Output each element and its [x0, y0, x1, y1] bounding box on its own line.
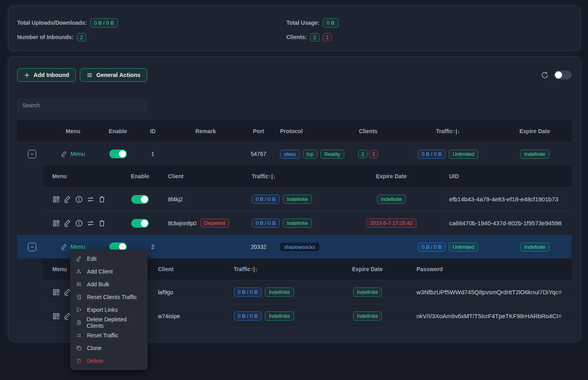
inbound-port: 54767	[243, 142, 274, 165]
header-expire-date: Expire Date	[339, 165, 443, 187]
client-password: w3NfbzUPf5WWd745Q8pvsmQrdrttT2lO6knuI7Di…	[413, 280, 572, 304]
transport-tag: tcp	[303, 150, 318, 159]
menu-item-delete[interactable]: Delete	[70, 354, 148, 367]
menu-item-edit[interactable]: Edit	[70, 252, 148, 265]
refresh-icon[interactable]	[541, 71, 549, 79]
inbound-id: 1	[137, 142, 169, 165]
row-menu-button[interactable]: Menu	[61, 244, 85, 250]
header-traffic: Traffic↑|↓	[398, 120, 498, 142]
menu-item-reset-clients-traffic[interactable]: Reset Clients Traffic	[70, 291, 148, 303]
expire-badge: Indefinite	[520, 150, 549, 159]
client-name: 8t3wjnn8p0	[168, 220, 197, 226]
reset-traffic-icon[interactable]	[87, 219, 95, 227]
delete-icon	[76, 358, 82, 364]
client-name: laf9go	[150, 280, 226, 304]
header-menu: Menu	[42, 165, 120, 187]
menu-item-clone[interactable]: Clone	[70, 342, 148, 354]
header-expire-date: Expire Date	[322, 258, 413, 280]
hamburger-icon	[87, 72, 93, 78]
menu-item-label: Add Bulk	[87, 281, 109, 287]
collapse-row-button[interactable]: −	[28, 150, 36, 158]
stat-label: Total Usage:	[286, 20, 320, 26]
edit-client-icon[interactable]	[64, 219, 71, 227]
trash-clients-icon	[76, 320, 82, 325]
menu-item-add-bulk[interactable]: Add Bulk	[70, 278, 148, 291]
menu-item-label: Export Links	[87, 307, 118, 313]
header-expire-date: Expire Date	[498, 120, 572, 142]
enable-toggle[interactable]	[109, 150, 127, 158]
client-enable-toggle[interactable]	[131, 219, 149, 228]
header-protocol: Protocol	[274, 120, 338, 142]
menu-item-label: Delete	[87, 358, 103, 364]
client-enable-toggle[interactable]	[131, 195, 149, 204]
stat-label: Number of Inbounds:	[17, 34, 74, 40]
edit-icon	[76, 256, 82, 262]
traffic-limit-badge: Indefinite	[265, 287, 294, 297]
traffic-badge: 0 B / 0 B	[418, 242, 446, 252]
pencil-icon	[61, 151, 67, 157]
inbound-remark	[169, 235, 243, 258]
user-add-icon	[76, 269, 82, 274]
edit-client-icon[interactable]	[64, 195, 71, 203]
menu-item-label: Add Client	[87, 268, 113, 275]
qrcode-icon[interactable]	[52, 312, 60, 320]
dark-mode-toggle[interactable]	[554, 71, 572, 79]
qrcode-icon[interactable]	[52, 219, 60, 227]
clients-active-badge: 2	[358, 150, 367, 158]
add-inbound-button[interactable]: Add Inbound	[17, 68, 76, 82]
menu-item-reset-traffic[interactable]: Reset Traffic	[70, 329, 148, 342]
expire-badge: Indefinite	[353, 287, 382, 297]
plus-icon	[24, 72, 30, 78]
menu-item-label: Delete Depleted Clients	[87, 316, 142, 329]
traffic-badge: 0 B / 0 B	[252, 219, 280, 228]
menu-item-export-links[interactable]: Export Links	[70, 303, 148, 316]
row-menu-button[interactable]: Menu	[61, 151, 85, 157]
qrcode-icon[interactable]	[52, 195, 60, 203]
search-input[interactable]	[17, 98, 147, 112]
client-name: 8f4kj2	[160, 187, 236, 211]
traffic-badge: 0 B / 0 B	[234, 311, 262, 321]
general-actions-button[interactable]: General Actions	[80, 68, 147, 82]
stat-label: Clients:	[286, 34, 307, 40]
inbound-remark	[169, 142, 243, 165]
delete-client-icon[interactable]	[98, 219, 106, 227]
info-icon[interactable]	[75, 195, 83, 203]
menu-item-label: Edit	[87, 256, 97, 262]
traffic-badge: 0 B / 0 B	[234, 287, 262, 297]
header-client: Client	[160, 165, 236, 187]
header-enable: Enable	[120, 165, 160, 187]
traffic-limit-badge: Indefinite	[283, 195, 312, 204]
client-uid: efb14b43-4a79-4e83-ef18-e48cf1901b73	[443, 187, 572, 211]
clients-active-badge: 2	[310, 33, 319, 41]
info-icon[interactable]	[75, 219, 83, 227]
inbounds-table-header: Menu Enable ID Remark Port Protocol Clie…	[17, 120, 572, 142]
header-client: Client	[150, 258, 226, 280]
stat-label: Total Uploads/Downloads:	[17, 20, 87, 26]
client-row: 8f4kj2 0 B / 0 B Indefinite Indefinite e…	[42, 187, 572, 211]
traffic-badge: 0 B / 0 B	[418, 150, 446, 159]
stat-total-uploads-downloads: Total Uploads/Downloads: 0 B / 0 B	[17, 18, 286, 28]
reset-traffic-icon[interactable]	[87, 195, 95, 203]
file-reset-icon	[76, 294, 82, 300]
client-table-inbound-1: Menu Enable Client Traffic↑|↓ Expire Dat…	[42, 165, 572, 235]
qrcode-icon[interactable]	[52, 288, 60, 296]
header-port: Port	[243, 120, 274, 142]
header-enable: Enable	[99, 120, 137, 142]
depleted-badge: Depleted	[200, 219, 229, 228]
expire-badge: 2023-5-7 17:25:42	[366, 219, 416, 228]
inbound-port: 20332	[243, 235, 274, 258]
collapse-row-button[interactable]: −	[28, 243, 36, 251]
header-clients: Clients	[338, 120, 398, 142]
header-traffic: Traffic↑|↓	[226, 258, 322, 280]
menu-item-label: Reset Clients Traffic	[87, 294, 137, 300]
add-inbound-label: Add Inbound	[34, 72, 69, 78]
menu-item-add-client[interactable]: Add Client	[70, 265, 148, 278]
header-uid: UID	[443, 165, 572, 187]
menu-item-label: Reset Traffic	[87, 332, 118, 339]
menu-item-delete-depleted-clients[interactable]: Delete Depleted Clients	[70, 316, 148, 329]
general-actions-label: General Actions	[96, 72, 140, 78]
header-id: ID	[137, 120, 169, 142]
expire-badge: Indefinite	[520, 242, 549, 252]
header-password: Password	[413, 258, 572, 280]
delete-client-icon[interactable]	[98, 195, 106, 203]
